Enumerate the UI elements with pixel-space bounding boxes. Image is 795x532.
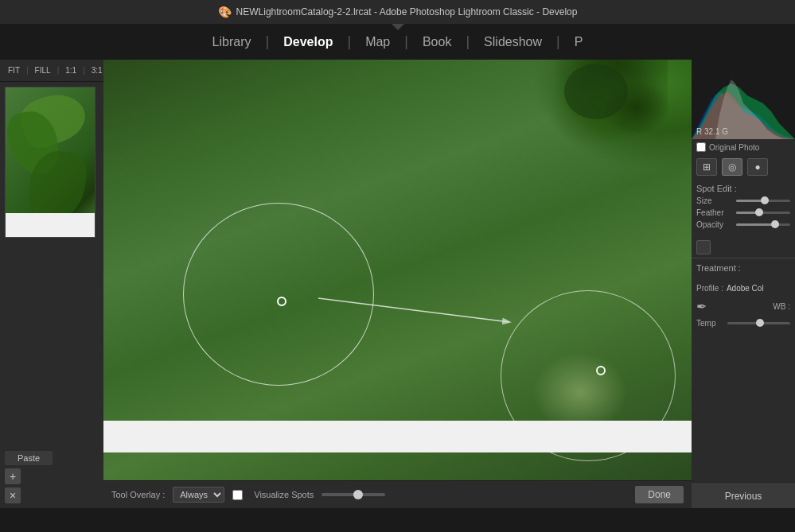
visualize-spots-slider[interactable] <box>322 493 385 496</box>
eyedropper-area: ✒ WB : <box>692 296 795 317</box>
window-title: NEWLightroomCatalog-2-2.lrcat - Adobe Ph… <box>236 6 578 17</box>
nav-slideshow[interactable]: Slideshow <box>470 24 556 60</box>
main-layout: FIT | FILL | 1:1 | 3:1 Paste + × <box>0 60 795 508</box>
circle-tool-button[interactable]: ◎ <box>722 158 742 176</box>
nav-bar: Library | Develop | Map | Book | Slidesh… <box>0 24 795 60</box>
app-icon: 🎨 <box>218 6 232 18</box>
spot-source-circle[interactable] <box>183 203 374 386</box>
left-panel: FIT | FILL | 1:1 | 3:1 Paste + × <box>0 60 103 508</box>
bottom-toolbar: Tool Overlay : Always Never Auto Visuali… <box>103 480 692 508</box>
nav-library[interactable]: Library <box>198 24 266 60</box>
nav-arrow <box>392 24 404 30</box>
left-bottom-controls: Paste + × <box>0 446 103 508</box>
temp-slider[interactable] <box>727 322 790 324</box>
view-1to1-button[interactable]: 1:1 <box>62 64 80 76</box>
view-fit-button[interactable]: FIT <box>5 64 23 76</box>
original-photo-checkbox[interactable] <box>696 142 706 152</box>
previous-button[interactable]: Previous <box>692 483 795 508</box>
treatment-label: Treatment : <box>696 263 790 273</box>
grid-tool-button[interactable]: ⊞ <box>696 158 717 176</box>
nav-develop[interactable]: Develop <box>269 24 347 60</box>
histogram-area: R 32.1 G <box>692 60 795 139</box>
histogram-label: R 32.1 G <box>696 127 728 136</box>
done-button[interactable]: Done <box>635 486 684 503</box>
title-bar: 🎨 NEWLightroomCatalog-2-2.lrcat - Adobe … <box>0 0 795 24</box>
treatment-section: Treatment : <box>692 258 795 281</box>
eyedropper-icon[interactable]: ✒ <box>696 299 707 314</box>
feather-label: Feather <box>696 208 736 217</box>
spot-source-center <box>277 297 286 306</box>
close-button[interactable]: × <box>5 487 21 503</box>
view-controls: FIT | FILL | 1:1 | 3:1 <box>0 60 103 82</box>
temp-slider-row: Temp <box>692 317 795 329</box>
wb-label: WB : <box>710 302 790 311</box>
canvas-white-bar <box>103 421 692 452</box>
profile-value: Adobe Col <box>727 284 764 293</box>
thumbnail-image[interactable] <box>5 87 95 238</box>
nav-print[interactable]: P <box>560 24 598 60</box>
profile-row: Profile : Adobe Col <box>692 281 795 296</box>
tool-overlay-select[interactable]: Always Never Auto <box>173 487 224 503</box>
size-slider-row: Size <box>696 196 790 205</box>
tool-overlay-label: Tool Overlay : <box>111 490 165 499</box>
spot-tool-button[interactable]: ● <box>747 158 768 176</box>
visualize-spots-label: Visualize Spots <box>254 490 314 499</box>
spot-edit-label: Spot Edit : <box>696 184 790 193</box>
paste-button[interactable]: Paste <box>5 451 53 465</box>
thumbnail-area <box>0 82 103 446</box>
size-label: Size <box>696 196 736 205</box>
nav-book[interactable]: Book <box>408 24 466 60</box>
opacity-slider-row: Opacity <box>696 220 790 229</box>
spot-edit-section: Spot Edit : Size Feather Opacity <box>692 179 795 237</box>
feather-slider-row: Feather <box>696 208 790 217</box>
visualize-spots-thumb <box>353 490 363 499</box>
center-canvas: Tool Overlay : Always Never Auto Visuali… <box>103 60 692 508</box>
size-slider[interactable] <box>736 200 790 202</box>
add-button[interactable]: + <box>5 468 21 484</box>
original-photo-label: Original Photo <box>709 143 759 152</box>
original-photo-row: Original Photo <box>692 139 795 155</box>
visualize-spots-checkbox[interactable] <box>232 490 243 500</box>
view-fill-button[interactable]: FILL <box>32 64 54 76</box>
feather-slider[interactable] <box>736 212 790 214</box>
profile-label: Profile : <box>696 284 723 293</box>
small-square-button[interactable] <box>696 240 711 254</box>
opacity-slider[interactable] <box>736 223 790 226</box>
opacity-label: Opacity <box>696 220 736 229</box>
photo-canvas[interactable] <box>103 60 692 480</box>
right-panel: R 32.1 G Original Photo ⊞ ◎ ● Spot Edit … <box>692 60 795 508</box>
tool-icons-row: ⊞ ◎ ● <box>692 155 795 179</box>
temp-label: Temp <box>696 319 724 328</box>
